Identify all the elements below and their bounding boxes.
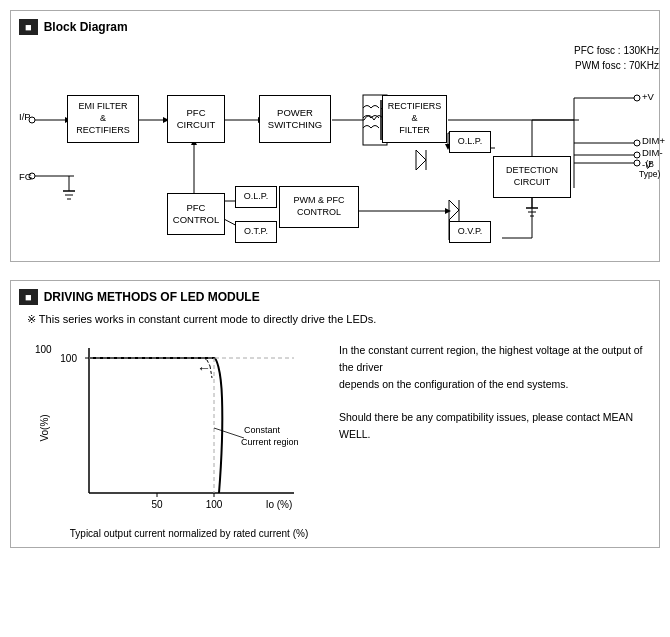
ip-label: I/P bbox=[19, 111, 31, 122]
chart-container: Vo(%) 100 100 50 100 Io (%) bbox=[59, 338, 319, 539]
dimplus-label: DIM+ bbox=[642, 135, 665, 146]
chart-desc-line-2: depends on the configuration of the end … bbox=[339, 376, 651, 393]
driving-icon: ■ bbox=[19, 289, 38, 305]
vplus-label: +V bbox=[642, 91, 654, 102]
power-switching-box: POWERSWITCHING bbox=[259, 95, 331, 143]
svg-marker-52 bbox=[416, 150, 426, 170]
block-diagram-section: ■ Block Diagram PFC fosc : 130KHz PWM fo… bbox=[10, 10, 660, 262]
block-diagram-container: PFC fosc : 130KHz PWM fosc : 70KHz bbox=[19, 43, 659, 253]
pfc-circuit-box: PFCCIRCUIT bbox=[167, 95, 225, 143]
svg-text:←: ← bbox=[197, 360, 211, 376]
svg-text:Constant: Constant bbox=[244, 425, 281, 435]
chart-area: Vo(%) 100 100 50 100 Io (%) bbox=[59, 338, 299, 518]
block-diagram-title: Block Diagram bbox=[44, 20, 128, 34]
svg-marker-54 bbox=[449, 200, 459, 220]
block-diagram-icon: ■ bbox=[19, 19, 38, 35]
chart-desc-line-1: In the constant current region, the high… bbox=[339, 342, 651, 376]
svg-point-34 bbox=[634, 140, 640, 146]
svg-text:100: 100 bbox=[206, 499, 223, 510]
svg-marker-65 bbox=[445, 208, 451, 214]
driving-methods-section: ■ DRIVING METHODS OF LED MODULE ※ This s… bbox=[10, 280, 660, 548]
driving-note: ※ This series works in constant current … bbox=[27, 313, 651, 326]
chart-caption: Typical output current normalized by rat… bbox=[59, 528, 319, 539]
chart-svg: 100 50 100 Io (%) bbox=[59, 338, 299, 518]
svg-text:Io (%): Io (%) bbox=[266, 499, 293, 510]
chart-desc-line-4: Should there be any compatibility issues… bbox=[339, 409, 651, 443]
ovp-box: O.V.P. bbox=[449, 221, 491, 243]
chart-description: In the constant current region, the high… bbox=[339, 338, 651, 443]
emi-filter-box: EMI FILTER&RECTIFIERS bbox=[67, 95, 139, 143]
svg-point-29 bbox=[634, 95, 640, 101]
driving-title: DRIVING METHODS OF LED MODULE bbox=[44, 290, 260, 304]
block-diagram-header: ■ Block Diagram bbox=[19, 19, 651, 35]
driving-content: Vo(%) 100 100 50 100 Io (%) bbox=[19, 338, 651, 539]
olp-box-1: O.L.P. bbox=[235, 186, 277, 208]
chart-100-label: 100 bbox=[35, 344, 52, 355]
pfc-control-box: PFCCONTROL bbox=[167, 193, 225, 235]
detection-circuit-box: DETECTIONCIRCUIT bbox=[493, 156, 571, 198]
svg-line-82 bbox=[214, 428, 244, 438]
rectifiers-filter-box: RECTIFIERS&FILTER bbox=[382, 95, 447, 143]
svg-text:100: 100 bbox=[60, 353, 77, 364]
otp-box: O.T.P. bbox=[235, 221, 277, 243]
btype-label: (B Type) bbox=[639, 159, 660, 179]
svg-point-36 bbox=[634, 152, 640, 158]
olp-box-2: O.L.P. bbox=[449, 131, 491, 153]
driving-header: ■ DRIVING METHODS OF LED MODULE bbox=[19, 289, 651, 305]
fg-label: FG bbox=[19, 171, 32, 182]
pwm-pfc-control-box: PWM & PFCCONTROL bbox=[279, 186, 359, 228]
chart-ylabel: Vo(%) bbox=[39, 414, 50, 441]
dimminus-label: DIM- bbox=[642, 147, 663, 158]
svg-text:Current region: Current region bbox=[241, 437, 299, 447]
svg-text:50: 50 bbox=[151, 499, 163, 510]
